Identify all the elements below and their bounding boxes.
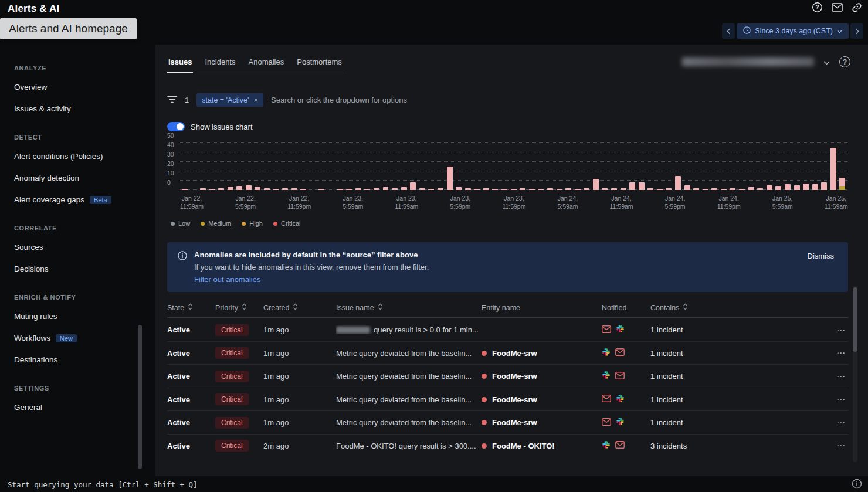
sort-icon[interactable] xyxy=(242,303,247,312)
filter-chip[interactable]: state = 'Active' × xyxy=(196,93,263,107)
filter-out-anomalies-link[interactable]: Filter out anomalies xyxy=(194,275,429,284)
issue-name-link[interactable]: Metric query deviated from the baselin..… xyxy=(336,418,482,427)
chart-bar xyxy=(299,143,308,190)
slack-icon[interactable] xyxy=(602,371,611,382)
table-help-icon[interactable]: ? xyxy=(839,56,850,67)
sidebar-item-label: Anomaly detection xyxy=(14,174,79,182)
tab-incidents[interactable]: Incidents xyxy=(204,56,236,73)
dismiss-button[interactable]: Dismiss xyxy=(804,250,838,262)
entity-name-cell[interactable]: FoodMe-srw xyxy=(482,395,602,404)
table-row[interactable]: ActiveCritical1m agoquery result is > 0.… xyxy=(167,318,848,341)
table-row[interactable]: ActiveCritical1m agoMetric query deviate… xyxy=(167,410,848,434)
issue-name-link[interactable]: Metric query deviated from the baselin..… xyxy=(336,372,482,381)
entity-name-cell[interactable]: FoodMe-srw xyxy=(482,372,602,381)
issue-name-link[interactable]: query result is > 0.0 for 1 min... xyxy=(336,325,482,334)
issue-name-link[interactable]: Metric query deviated from the baselin..… xyxy=(336,349,482,358)
feedback-mail-icon[interactable] xyxy=(832,3,843,12)
entity-name-cell[interactable]: FoodMe-srw xyxy=(482,418,602,427)
link-icon[interactable] xyxy=(852,2,862,13)
main-scrollbar-thumb[interactable] xyxy=(853,287,857,352)
sidebar-item-alert-coverage-gaps[interactable]: Alert coverage gapsBeta xyxy=(0,189,147,211)
chart-bar-critical-segment xyxy=(465,188,471,190)
table-row[interactable]: ActiveCritical1m agoMetric query deviate… xyxy=(167,388,848,411)
row-menu-button[interactable]: ⋯ xyxy=(825,325,848,335)
chart-bar xyxy=(755,143,765,190)
table-row[interactable]: ActiveCritical2m agoFoodMe - OKITO! quer… xyxy=(167,434,848,457)
slack-icon[interactable] xyxy=(602,348,611,359)
sort-icon[interactable] xyxy=(293,303,298,312)
chart-bar-critical-segment xyxy=(693,188,699,190)
email-icon[interactable] xyxy=(602,325,611,335)
chart-bar-critical-segment xyxy=(621,188,626,190)
sidebar-item-label: Workflows xyxy=(14,334,50,342)
email-icon[interactable] xyxy=(602,418,611,428)
legend-item-medium[interactable]: Medium xyxy=(201,220,231,227)
sidebar-item-overview[interactable]: Overview xyxy=(0,76,147,98)
legend-item-high[interactable]: High xyxy=(242,220,263,227)
row-menu-button[interactable]: ⋯ xyxy=(825,348,848,358)
tab-anomalies[interactable]: Anomalies xyxy=(247,56,286,73)
tab-postmortems[interactable]: Postmortems xyxy=(296,56,343,73)
query-bar[interactable]: Start querying your data [Ctrl + Shift +… xyxy=(0,476,868,492)
time-forward-button[interactable] xyxy=(850,23,863,39)
entity-name-cell[interactable]: FoodMe-srw xyxy=(482,349,602,358)
help-icon[interactable]: ? xyxy=(812,2,823,13)
issue-name-link[interactable]: Metric query deviated from the baselin..… xyxy=(336,395,482,404)
account-selector-redacted[interactable] xyxy=(682,57,814,66)
column-header-created[interactable]: Created xyxy=(263,303,336,312)
column-header-issue-name[interactable]: Issue name xyxy=(336,303,482,312)
show-chart-toggle[interactable] xyxy=(167,122,185,131)
main-scrollbar[interactable] xyxy=(853,286,857,462)
sidebar-item-alert-conditions-policies[interactable]: Alert conditions (Policies) xyxy=(0,145,147,167)
row-menu-button[interactable]: ⋯ xyxy=(825,440,848,451)
column-header-entity-name[interactable]: Entity name xyxy=(482,304,602,312)
sidebar-item-destinations[interactable]: Destinations xyxy=(0,349,147,371)
sort-icon[interactable] xyxy=(378,303,383,312)
email-icon[interactable] xyxy=(615,348,625,358)
entity-health-dot xyxy=(482,397,487,402)
column-header-contains[interactable]: Contains xyxy=(650,303,825,312)
email-icon[interactable] xyxy=(615,440,625,451)
legend-item-critical[interactable]: Critical xyxy=(273,220,301,227)
column-header-priority[interactable]: Priority xyxy=(215,303,263,312)
row-menu-button[interactable]: ⋯ xyxy=(825,394,848,405)
filter-chip-remove-icon[interactable]: × xyxy=(253,96,258,104)
column-header-notified[interactable]: Notified xyxy=(602,304,650,312)
slack-icon[interactable] xyxy=(616,417,625,428)
query-bar-info-icon[interactable] xyxy=(852,479,862,491)
time-range-button[interactable]: Since 3 days ago (CST) xyxy=(737,23,849,39)
sidebar-item-issues-activity[interactable]: Issues & activity xyxy=(0,98,147,120)
sidebar-item-sources[interactable]: Sources xyxy=(0,236,147,258)
entity-name-cell[interactable]: FoodMe - OKITO! xyxy=(482,442,602,450)
table-row[interactable]: ActiveCritical1m agoMetric query deviate… xyxy=(167,364,848,388)
email-icon[interactable] xyxy=(615,371,625,382)
chevron-down-icon[interactable] xyxy=(823,57,830,67)
column-header-state[interactable]: State xyxy=(167,303,215,312)
query-bar-prompt[interactable]: Start querying your data [Ctrl + Shift +… xyxy=(8,480,198,489)
sidebar-item-decisions[interactable]: Decisions xyxy=(0,258,147,280)
email-icon[interactable] xyxy=(602,394,611,405)
legend-item-low[interactable]: Low xyxy=(171,220,190,227)
sort-icon[interactable] xyxy=(683,303,688,312)
sort-icon[interactable] xyxy=(188,303,193,312)
tab-issues[interactable]: Issues xyxy=(167,56,193,73)
time-back-button[interactable] xyxy=(722,23,735,39)
filter-funnel-icon[interactable] xyxy=(167,95,177,106)
filter-search-input[interactable]: Search or click the dropdown for options xyxy=(271,96,407,104)
chart-x-tick-label: Jan 24,11:59am xyxy=(610,195,633,211)
sidebar-item-muting-rules[interactable]: Muting rules xyxy=(0,306,147,327)
row-menu-button[interactable]: ⋯ xyxy=(825,371,848,382)
sidebar-scrollbar[interactable] xyxy=(138,325,142,469)
table-row[interactable]: ActiveCritical1m agoMetric query deviate… xyxy=(167,341,848,365)
issues-table: StatePriorityCreatedIssue nameEntity nam… xyxy=(167,298,848,457)
sidebar-item-anomaly-detection[interactable]: Anomaly detection xyxy=(0,167,147,189)
slack-icon[interactable] xyxy=(616,394,625,405)
row-menu-button[interactable]: ⋯ xyxy=(825,418,848,428)
slack-icon[interactable] xyxy=(602,440,611,452)
chart-bar xyxy=(381,143,391,190)
sidebar-item-general[interactable]: General xyxy=(0,396,147,418)
chart-bar xyxy=(747,143,756,190)
sidebar-item-workflows[interactable]: WorkflowsNew xyxy=(0,327,147,349)
slack-icon[interactable] xyxy=(616,324,625,335)
issue-name-link[interactable]: FoodMe - OKITO! query result is > 300...… xyxy=(336,442,482,450)
